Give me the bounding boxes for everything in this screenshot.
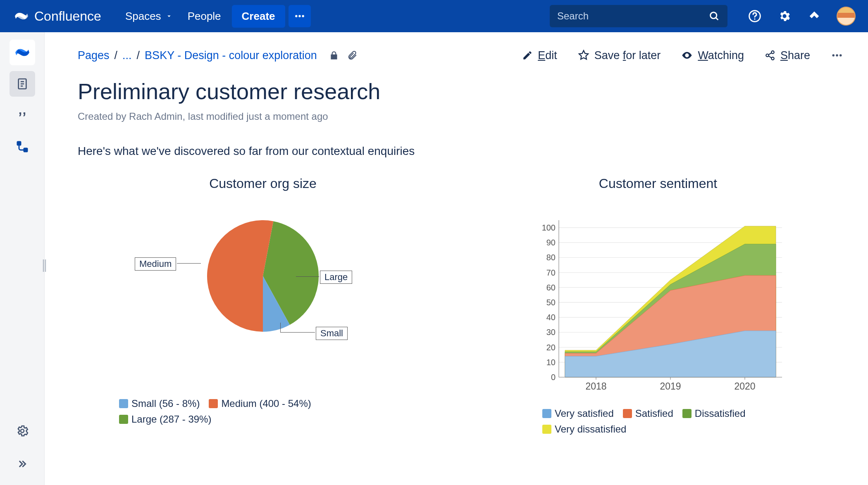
tree-icon: [16, 140, 29, 153]
page-byline: Created by Rach Admin, last modified jus…: [78, 111, 843, 122]
svg-point-0: [295, 15, 297, 17]
svg-text:100: 100: [542, 223, 556, 232]
save-label: Save for later: [594, 49, 661, 62]
confluence-mark-icon: [15, 45, 30, 60]
svg-text:2019: 2019: [660, 381, 681, 392]
lock-icon: [329, 50, 339, 61]
page-title: Preliminary customer research: [78, 78, 843, 104]
breadcrumb-sep: /: [114, 49, 118, 62]
legend-item: Dissatisfied: [682, 408, 746, 419]
svg-point-20: [832, 54, 835, 57]
gear-icon: [16, 424, 29, 437]
top-nav: Confluence Spaces People Create: [0, 0, 868, 32]
edit-button[interactable]: Edit: [522, 49, 557, 62]
svg-text:70: 70: [546, 268, 556, 277]
breadcrumb-current[interactable]: BSKY - Design - colour exploration: [145, 49, 317, 62]
customer-sentiment-chart: Customer sentiment 0 10 20 30 40: [473, 176, 843, 435]
settings-button[interactable]: [775, 6, 794, 26]
chart-title: Customer org size: [78, 176, 448, 191]
share-icon: [765, 50, 775, 61]
rail-space-settings[interactable]: [10, 418, 35, 444]
avatar[interactable]: [837, 7, 856, 26]
eye-icon: [681, 50, 693, 61]
rail-drag-handle[interactable]: ‖: [41, 257, 46, 272]
svg-rect-12: [24, 148, 27, 152]
page-intro: Here's what we've discovered so far from…: [78, 145, 843, 158]
svg-point-2: [302, 15, 304, 17]
chart-title: Customer sentiment: [473, 176, 843, 191]
search-box[interactable]: [550, 5, 727, 27]
svg-line-18: [768, 53, 771, 55]
svg-point-21: [836, 54, 838, 57]
rail-blog[interactable]: [10, 102, 35, 128]
callout-small: Small: [316, 327, 348, 340]
svg-rect-11: [17, 142, 21, 145]
svg-text:10: 10: [546, 358, 556, 367]
rail-tree[interactable]: [10, 134, 35, 159]
pie-legend: Small (56 - 8%) Medium (400 - 54%) Large…: [78, 398, 448, 425]
svg-point-6: [754, 18, 755, 19]
share-label: Share: [780, 49, 810, 62]
nav-spaces-label: Spaces: [125, 10, 161, 23]
main-content: Pages / ... / BSKY - Design - colour exp…: [45, 32, 868, 485]
nav-people-label: People: [188, 10, 221, 23]
create-more-button[interactable]: [289, 5, 311, 27]
brand[interactable]: Confluence: [14, 9, 101, 24]
watch-button[interactable]: Watching: [681, 49, 744, 62]
confluence-logo-icon: [14, 9, 29, 23]
svg-point-17: [771, 57, 774, 60]
svg-point-1: [298, 15, 300, 17]
svg-text:80: 80: [546, 253, 556, 262]
restrictions-button[interactable]: [328, 49, 340, 62]
create-button[interactable]: Create: [232, 5, 285, 28]
svg-line-4: [716, 18, 718, 20]
page-more-button[interactable]: [831, 49, 843, 62]
svg-text:40: 40: [546, 313, 556, 322]
share-button[interactable]: Share: [765, 49, 810, 62]
nav-people[interactable]: People: [180, 6, 229, 27]
search-icon: [708, 10, 720, 22]
rail-app-icon[interactable]: [10, 40, 35, 65]
callout-large: Large: [320, 271, 352, 284]
dots-icon: [831, 49, 843, 62]
area-legend: Very satisfied Satisfied Dissatisfied Ve…: [526, 408, 790, 435]
svg-point-15: [771, 51, 774, 54]
rail-pages[interactable]: [10, 71, 35, 97]
attachments-button[interactable]: [346, 49, 358, 62]
customer-org-chart: Customer org size Medium Large: [78, 176, 448, 435]
legend-item: Medium (400 - 54%): [209, 398, 311, 409]
help-button[interactable]: [745, 6, 765, 26]
svg-text:0: 0: [551, 373, 556, 382]
pie-chart: [207, 220, 319, 332]
nav-spaces[interactable]: Spaces: [118, 6, 180, 27]
brand-name: Confluence: [34, 9, 101, 24]
search-input[interactable]: [557, 10, 703, 22]
svg-text:30: 30: [546, 328, 556, 337]
svg-point-22: [839, 54, 842, 57]
help-icon: [748, 10, 761, 23]
edit-label: Edit: [538, 49, 557, 62]
breadcrumb-sep: /: [137, 49, 140, 62]
svg-point-14: [686, 55, 688, 57]
save-for-later-button[interactable]: Save for later: [578, 49, 661, 62]
notification-icon: [808, 10, 820, 22]
legend-item: Satisfied: [623, 408, 673, 419]
chevrons-right-icon: [16, 458, 29, 470]
svg-line-19: [768, 56, 771, 58]
breadcrumb-root[interactable]: Pages: [78, 49, 110, 62]
legend-item: Very satisfied: [542, 408, 614, 419]
svg-text:50: 50: [546, 298, 556, 307]
notifications-button[interactable]: [804, 6, 824, 26]
chevron-down-icon: [165, 12, 173, 20]
svg-point-3: [711, 12, 717, 19]
svg-point-13: [21, 429, 24, 433]
rail-expand[interactable]: [10, 451, 35, 477]
pencil-icon: [522, 50, 533, 61]
legend-item: Very dissatisfied: [542, 423, 790, 435]
svg-text:60: 60: [546, 283, 556, 292]
breadcrumb-ellipsis[interactable]: ...: [122, 49, 132, 62]
legend-item: Large (287 - 39%): [119, 414, 448, 425]
star-icon: [578, 50, 589, 61]
watch-label: Watching: [698, 49, 744, 62]
legend-item: Small (56 - 8%): [119, 398, 200, 409]
